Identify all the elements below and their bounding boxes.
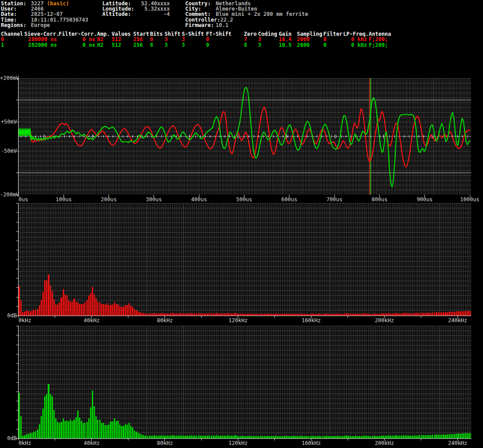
cell: 7 <box>244 37 258 42</box>
spectrum-bar <box>132 427 133 438</box>
spectrum-y-tick <box>16 250 18 250</box>
spectrum-bar <box>46 280 47 316</box>
spectrum-bar <box>114 418 115 438</box>
right-line: Comment:Blue mini + 2x 200 mm ferrite <box>185 11 308 17</box>
spectrum-bar <box>456 312 457 316</box>
spectrum-bar <box>138 312 139 316</box>
spectrum-x-tick-label: 200kHz <box>375 318 394 323</box>
waveform-y-tick <box>16 100 18 100</box>
spectrum-bar <box>432 312 433 316</box>
spectrum-bar <box>445 435 446 438</box>
spectrum-bar <box>35 310 36 316</box>
spectrum-bar <box>130 306 131 316</box>
spectrum-bar <box>68 300 69 316</box>
spectrum-bar <box>470 433 471 438</box>
column-header: FT-Shift <box>206 31 244 37</box>
spectrum-bar <box>112 305 113 316</box>
cell: 0 <box>323 42 343 48</box>
spectrum-bar <box>421 312 423 316</box>
channel-table-header: ChannelSieve-Corr.Filter-Corr.Amp.Values… <box>1 31 400 37</box>
spectrum-bar <box>84 302 86 316</box>
spectrum-y-tick <box>16 354 18 354</box>
spectrum-bar <box>48 275 49 316</box>
spectrum-x-minor-tick <box>348 316 348 318</box>
waveform-x-tick-label: 300us <box>146 197 162 202</box>
cell: 0 <box>206 37 244 42</box>
spectrum-bar <box>421 435 423 438</box>
spectrum-y-tick <box>16 297 18 297</box>
spectrum1-0db-label: 0dB <box>0 436 17 441</box>
spectrum-bar <box>66 421 67 438</box>
spectrum-bar <box>154 435 155 438</box>
spectrum-x-tick-label: 80kHz <box>157 440 173 446</box>
spectrum-bar <box>82 423 84 438</box>
spectrum-y-tick <box>16 316 18 316</box>
spectrum-y-tick <box>16 335 18 335</box>
spectrum-bar <box>465 311 466 316</box>
spectrum-bar <box>460 434 461 438</box>
spectrum-x-minor-tick <box>421 316 421 318</box>
mid-line: Altitude:-4 <box>102 11 170 17</box>
cell: 512 <box>112 37 133 42</box>
spectrum-bar <box>106 303 108 316</box>
spectrum-bar <box>436 312 437 316</box>
spectrum-bar <box>128 303 130 316</box>
spectrum-y-tick <box>16 306 18 307</box>
right-line: Controller:22.2 <box>185 17 308 23</box>
spectrum-bar <box>105 425 106 438</box>
spectrum-x-tick-label: 240kHz <box>448 318 467 323</box>
spectrum-bar <box>88 418 90 438</box>
spectrum-x-tick-label: 0kHz <box>19 440 31 446</box>
spectrum-bar <box>82 304 84 316</box>
spectrum-y-tick <box>16 203 18 203</box>
spectrum-bar <box>470 311 471 316</box>
spectrum-bar <box>60 297 62 316</box>
cell: 3 <box>258 42 279 48</box>
spectrum-bar <box>452 312 453 316</box>
spectrum-bar <box>59 423 60 438</box>
spectrum1-baseline <box>19 438 471 439</box>
spectrum-bar <box>216 435 217 438</box>
spectrum-bar <box>234 435 236 438</box>
waveform-x-tick-label: 800us <box>371 197 387 202</box>
spectrum-bar <box>406 435 408 438</box>
spectrum-bar <box>457 433 459 438</box>
spectrum-bar <box>101 423 102 438</box>
spectrum0-canvas <box>19 203 471 316</box>
spectrum-bar <box>63 289 64 316</box>
table-row-channel-1: 1282000 ns0 nsH251225683308310.5200000 k… <box>1 42 400 48</box>
spectrum-bar <box>417 435 419 438</box>
spectrum-bar <box>143 435 144 438</box>
spectrum-x-minor-tick <box>274 316 275 318</box>
spectrum-bar <box>463 433 464 438</box>
spectrum-bar <box>434 435 435 438</box>
spectrum-bar <box>125 305 126 316</box>
spectrum-x-tick-label: 200kHz <box>375 440 394 446</box>
spectrum-bar <box>432 435 433 438</box>
spectrum-bar <box>55 305 56 316</box>
spectrum-bar <box>88 296 90 316</box>
spectrum-x-tick-label: 120kHz <box>228 318 247 323</box>
spectrum-bar <box>454 312 455 316</box>
cell: 0 <box>206 42 244 48</box>
mid-value: -4 <box>140 11 170 17</box>
spectrum-y-tick <box>16 401 18 401</box>
spectrum-bar <box>28 434 29 438</box>
cell: 0 kHz <box>343 37 369 42</box>
spectrum-bar <box>468 433 470 438</box>
cell: 3 <box>165 37 182 42</box>
cell: 8 <box>150 42 165 48</box>
cell: H2 <box>97 42 112 48</box>
cell: H2 <box>97 37 112 42</box>
spectrum-bar <box>70 420 71 438</box>
spectrum-bar <box>79 418 80 438</box>
spectrum-bar <box>42 292 44 316</box>
spectrum-bar <box>57 422 58 438</box>
spectrum-y-tick <box>16 269 18 269</box>
waveform-y-tick-label: -50mV <box>0 148 17 154</box>
spectrum-bar <box>90 407 91 438</box>
spectrum-bar <box>84 423 86 438</box>
spectrum-bar <box>450 312 452 316</box>
cell: 3 <box>258 37 279 42</box>
spectrum-bar <box>94 294 95 316</box>
